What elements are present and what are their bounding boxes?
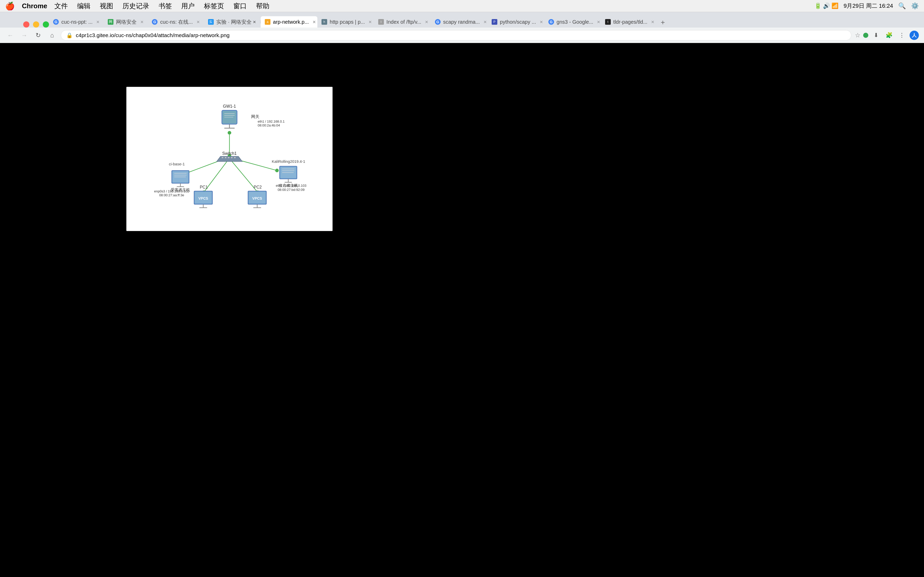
svg-rect-19 [222, 157, 223, 158]
tab-2[interactable]: 网 网络安全 ✕ [103, 16, 148, 27]
gw-sublabel: 网关 [251, 114, 259, 119]
more-menu-icon[interactable]: ⋮ [897, 30, 907, 40]
victim-mac: 08:00:27:aa:ff:3e [159, 193, 184, 197]
tab-close-6[interactable]: ✕ [368, 19, 372, 24]
tab-label-10: gns3 - Google... [557, 19, 593, 25]
tabsbar: G cuc-ns-ppt: ... ✕ 网 网络安全 ✕ G cuc-ns: 在… [0, 12, 924, 27]
download-icon[interactable]: ⬇ [871, 30, 881, 40]
svg-point-5 [228, 131, 231, 134]
tab-close-2[interactable]: ✕ [140, 19, 144, 24]
tab-close-8[interactable]: ✕ [483, 19, 487, 24]
back-button[interactable]: ← [5, 30, 16, 40]
toolbar: ← → ↻ ⌂ 🔒 c4pr1c3.gitee.io/cuc-ns/chap0x… [0, 27, 924, 43]
tab-8[interactable]: G scapy randma... ✕ [431, 16, 488, 27]
tab-label-1: cuc-ns-ppt: ... [61, 19, 92, 25]
tab-favicon-1: G [53, 19, 59, 25]
control-center-icon[interactable]: ⚙️ [911, 2, 919, 10]
tab-9[interactable]: P python/scapy ... ✕ [488, 16, 544, 27]
tab-close-7[interactable]: ✕ [425, 19, 428, 24]
svg-rect-23 [234, 157, 236, 158]
tab-6[interactable]: h http pcaps | p... ✕ [317, 16, 374, 27]
tab-close-4[interactable]: ✕ [260, 19, 261, 24]
maximize-button[interactable] [43, 21, 49, 27]
gw-node: GW1-1 网关 eth1 / 192.168.0.1 08:00:2a:4b:… [222, 104, 284, 128]
menu-user[interactable]: 用户 [181, 2, 195, 11]
pc2-label: PC2 [254, 185, 262, 189]
pc1-label: PC1 [200, 185, 208, 189]
tab-close-3[interactable]: ✕ [197, 19, 200, 24]
apple-logo[interactable]: 🍎 [5, 2, 15, 11]
content-area: GW1-1 网关 eth1 / 192.168.0.1 08:00:2a:4b:… [0, 43, 924, 577]
url-display[interactable]: c4pr1c3.gitee.io/cuc-ns/chap0x04/attach/… [76, 32, 846, 39]
tab-label-7: Index of /ftp/v... [386, 19, 421, 25]
bookmark-icon[interactable]: ☆ [855, 32, 861, 39]
menu-items: 文件 编辑 视图 历史记录 书签 用户 标签页 窗口 帮助 [54, 2, 270, 11]
extensions-icon[interactable]: 🧩 [884, 30, 894, 40]
attacker-mac: 08:00:27:bd:92:09 [278, 188, 304, 192]
toolbar-right: ☆ ⬇ 🧩 ⋮ 人 [855, 30, 919, 40]
minimize-button[interactable] [33, 21, 39, 27]
traffic-lights [23, 21, 49, 27]
gw-interface: eth1 / 192.168.0.1 [258, 119, 284, 123]
menu-file[interactable]: 文件 [54, 2, 68, 11]
tab-label-3: cuc-ns: 在线... [160, 19, 193, 26]
forward-button[interactable]: → [19, 30, 29, 40]
tab-1[interactable]: G cuc-ns-ppt: ... ✕ [49, 16, 103, 27]
reload-button[interactable]: ↻ [33, 30, 43, 40]
tab-label-9: python/scapy ... [500, 19, 536, 25]
ci-base-label: ci-base-1 [169, 162, 184, 166]
svg-point-8 [275, 169, 279, 172]
tab-5[interactable]: a arp-network.p... ✕ [261, 16, 317, 27]
menu-view[interactable]: 视图 [100, 2, 113, 11]
menu-tabs[interactable]: 标签页 [204, 2, 224, 11]
attacker-label: 攻击者主机 [279, 183, 298, 187]
omnibar[interactable]: 🔒 c4pr1c3.gitee.io/cuc-ns/chap0x04/attac… [61, 30, 851, 40]
tab-favicon-9: P [492, 19, 498, 25]
menubar-right: 🔋 🔊 📶 9月29日 周二 16:24 🔍 ⚙️ [814, 2, 919, 10]
menu-window[interactable]: 窗口 [233, 2, 247, 11]
lock-icon: 🔒 [66, 32, 73, 39]
kali-title: KaliRolling2019.4-1 [272, 159, 305, 164]
menubar: 🍎 Chrome 文件 编辑 视图 历史记录 书签 用户 标签页 窗口 帮助 🔋… [0, 0, 924, 12]
tab-close-1[interactable]: ✕ [96, 19, 100, 24]
gw-mac: 08:00:2a:4b:04 [258, 123, 280, 127]
svg-rect-20 [225, 157, 226, 158]
new-tab-button[interactable]: + [657, 17, 668, 27]
tab-favicon-11: t [605, 19, 611, 25]
tab-11[interactable]: t tldr-pages/tld... ✕ [601, 16, 657, 27]
tab-favicon-5: a [265, 19, 270, 25]
tab-close-9[interactable]: ✕ [540, 19, 543, 24]
profile-button[interactable]: 人 [909, 31, 919, 40]
tab-label-4: 实验 · 网络安全 × [216, 19, 256, 26]
switch-node: Switch1 [216, 151, 242, 161]
tab-favicon-3: G [152, 19, 158, 25]
tab-favicon-6: h [321, 19, 327, 25]
tab-4[interactable]: 实 实验 · 网络安全 × ✕ [204, 16, 261, 27]
tab-favicon-7: I [378, 19, 384, 25]
search-icon[interactable]: 🔍 [898, 2, 906, 10]
pc2-vpcs-label: VPCS [252, 196, 262, 200]
menu-help[interactable]: 帮助 [256, 2, 270, 11]
sync-status [863, 33, 868, 38]
home-button[interactable]: ⌂ [47, 30, 57, 40]
tab-label-2: 网络安全 [116, 19, 137, 26]
tab-close-11[interactable]: ✕ [651, 19, 654, 24]
tab-label-5: arp-network.p... [273, 19, 309, 25]
tab-7[interactable]: I Index of /ftp/v... ✕ [374, 16, 431, 27]
menu-history[interactable]: 历史记录 [123, 2, 149, 11]
tab-3[interactable]: G cuc-ns: 在线... ✕ [148, 16, 204, 27]
attacker-node: eth1 / 192.168.0.103 08:00:27:bd:92:09 攻… [276, 166, 307, 192]
tab-favicon-2: 网 [108, 19, 113, 25]
tab-10[interactable]: G gns3 - Google... ✕ [544, 16, 601, 27]
menu-bookmarks[interactable]: 书签 [158, 2, 172, 11]
menu-edit[interactable]: 编辑 [77, 2, 90, 11]
time-display: 9月29日 周二 16:24 [843, 2, 893, 10]
tab-favicon-10: G [548, 19, 554, 25]
tab-close-10[interactable]: ✕ [597, 19, 600, 24]
tab-close-5[interactable]: ✕ [312, 19, 316, 24]
network-diagram: GW1-1 网关 eth1 / 192.168.0.1 08:00:2a:4b:… [132, 92, 327, 226]
pc2-node: VPCS [248, 191, 267, 208]
tab-favicon-4: 实 [208, 19, 214, 25]
close-button[interactable] [23, 21, 29, 27]
svg-rect-21 [228, 157, 229, 158]
